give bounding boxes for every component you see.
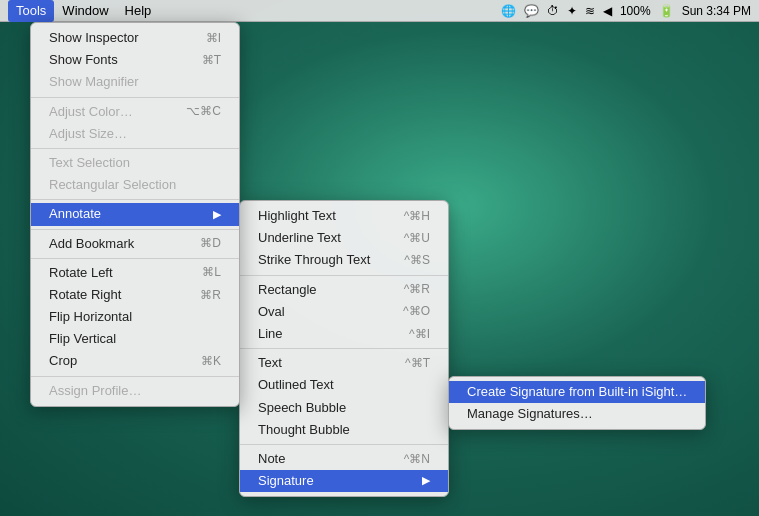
menu-item-label: Text Selection (49, 154, 130, 172)
menu-item-shortcut: ^⌘H (404, 208, 430, 225)
menubar-battery-icon: 🔋 (659, 4, 674, 18)
menu-item-adjust-color: Adjust Color… ⌥⌘C (31, 101, 239, 123)
menu-item-shortcut: ^⌘U (404, 230, 430, 247)
menubar: Tools Window Help 🌐 💬 ⏱ ✦ ≋ ◀ 100% 🔋 Sun… (0, 0, 759, 22)
annotate-sep-2 (240, 348, 448, 349)
menu-item-flip-vertical[interactable]: Flip Vertical (31, 328, 239, 350)
menubar-clock-icon: ⏱ (547, 4, 559, 18)
menu-item-text[interactable]: Text ^⌘T (240, 352, 448, 374)
menu-item-label: Oval (258, 303, 285, 321)
annotate-sep-1 (240, 275, 448, 276)
menu-item-label: Strike Through Text (258, 251, 370, 269)
menu-item-underline-text[interactable]: Underline Text ^⌘U (240, 227, 448, 249)
menu-item-highlight-text[interactable]: Highlight Text ^⌘H (240, 205, 448, 227)
menubar-chat-icon: 💬 (524, 4, 539, 18)
menu-item-label: Flip Vertical (49, 330, 116, 348)
menu-item-strike-through-text[interactable]: Strike Through Text ^⌘S (240, 249, 448, 271)
menu-item-shortcut: ⌘L (202, 264, 221, 281)
menu-item-oval[interactable]: Oval ^⌘O (240, 301, 448, 323)
signature-submenu: Create Signature from Built-in iSight… M… (448, 376, 706, 430)
menu-item-crop[interactable]: Crop ⌘K (31, 350, 239, 372)
menu-item-add-bookmark[interactable]: Add Bookmark ⌘D (31, 233, 239, 255)
menu-item-thought-bubble[interactable]: Thought Bubble (240, 419, 448, 441)
menu-item-show-inspector[interactable]: Show Inspector ⌘I (31, 27, 239, 49)
menu-item-outlined-text[interactable]: Outlined Text (240, 374, 448, 396)
menu-item-label: Create Signature from Built-in iSight… (467, 383, 687, 401)
menubar-left: Tools Window Help (8, 0, 159, 22)
menu-item-label: Underline Text (258, 229, 341, 247)
annotate-sep-3 (240, 444, 448, 445)
menu-item-shortcut: ⌘T (202, 52, 221, 69)
menu-item-label: Show Inspector (49, 29, 139, 47)
menu-item-note[interactable]: Note ^⌘N (240, 448, 448, 470)
menu-item-show-magnifier: Show Magnifier (31, 71, 239, 93)
menu-item-label: Flip Horizontal (49, 308, 132, 326)
menu-item-label: Speech Bubble (258, 399, 346, 417)
menu-item-label: Show Fonts (49, 51, 118, 69)
menu-item-rotate-right[interactable]: Rotate Right ⌘R (31, 284, 239, 306)
menu-item-label: Rotate Left (49, 264, 113, 282)
menu-item-shortcut: ⌘I (206, 30, 221, 47)
menu-item-shortcut: ^⌘I (409, 326, 430, 343)
menu-item-shortcut: ^⌘N (404, 451, 430, 468)
menu-separator-1 (31, 97, 239, 98)
menu-item-label: Outlined Text (258, 376, 334, 394)
menu-item-rectangle[interactable]: Rectangle ^⌘R (240, 279, 448, 301)
menu-item-signature[interactable]: Signature ▶ (240, 470, 448, 492)
menu-item-label: Show Magnifier (49, 73, 139, 91)
menu-item-label: Assign Profile… (49, 382, 141, 400)
menu-item-label: Crop (49, 352, 77, 370)
menu-item-label: Add Bookmark (49, 235, 134, 253)
submenu-arrow-icon: ▶ (213, 207, 221, 222)
menubar-time: Sun 3:34 PM (682, 4, 751, 18)
menu-item-shortcut: ⌘D (200, 235, 221, 252)
menubar-item-window[interactable]: Window (54, 0, 116, 22)
menubar-item-help[interactable]: Help (117, 0, 160, 22)
menu-item-shortcut: ^⌘T (405, 355, 430, 372)
menu-item-label: Rotate Right (49, 286, 121, 304)
menu-item-label: Thought Bubble (258, 421, 350, 439)
menu-item-create-signature[interactable]: Create Signature from Built-in iSight… (449, 381, 705, 403)
menu-item-label: Rectangular Selection (49, 176, 176, 194)
menu-item-flip-horizontal[interactable]: Flip Horizontal (31, 306, 239, 328)
menu-item-shortcut: ⌘R (200, 287, 221, 304)
menu-item-annotate[interactable]: Annotate ▶ (31, 203, 239, 225)
menubar-battery: 100% (620, 4, 651, 18)
menu-item-shortcut: ^⌘S (404, 252, 430, 269)
menu-item-label: Highlight Text (258, 207, 336, 225)
menu-item-shortcut: ⌘K (201, 353, 221, 370)
menu-item-speech-bubble[interactable]: Speech Bubble (240, 397, 448, 419)
menubar-item-tools[interactable]: Tools (8, 0, 54, 22)
menubar-bluetooth-icon: ✦ (567, 4, 577, 18)
menu-item-label: Text (258, 354, 282, 372)
menu-item-shortcut: ⌥⌘C (186, 103, 221, 120)
menu-item-rotate-left[interactable]: Rotate Left ⌘L (31, 262, 239, 284)
menu-item-show-fonts[interactable]: Show Fonts ⌘T (31, 49, 239, 71)
annotate-submenu: Highlight Text ^⌘H Underline Text ^⌘U St… (239, 200, 449, 497)
menu-item-shortcut: ^⌘R (404, 281, 430, 298)
menu-separator-6 (31, 376, 239, 377)
menu-item-rectangular-selection: Rectangular Selection (31, 174, 239, 196)
menubar-right: 🌐 💬 ⏱ ✦ ≋ ◀ 100% 🔋 Sun 3:34 PM (501, 4, 751, 18)
menu-separator-3 (31, 199, 239, 200)
menu-item-label: Adjust Color… (49, 103, 133, 121)
menu-separator-2 (31, 148, 239, 149)
submenu-arrow-icon: ▶ (422, 473, 430, 488)
menubar-wifi-icon: ≋ (585, 4, 595, 18)
menu-item-label: Line (258, 325, 283, 343)
menu-item-text-selection: Text Selection (31, 152, 239, 174)
menu-item-shortcut: ^⌘O (403, 303, 430, 320)
menubar-volume-icon: ◀ (603, 4, 612, 18)
menu-item-label: Rectangle (258, 281, 317, 299)
tools-menu: Show Inspector ⌘I Show Fonts ⌘T Show Mag… (30, 22, 240, 407)
menu-item-assign-profile: Assign Profile… (31, 380, 239, 402)
menu-item-label: Manage Signatures… (467, 405, 593, 423)
menu-item-label: Signature (258, 472, 314, 490)
menu-item-label: Note (258, 450, 285, 468)
menu-separator-4 (31, 229, 239, 230)
menu-separator-5 (31, 258, 239, 259)
menu-item-line[interactable]: Line ^⌘I (240, 323, 448, 345)
menu-item-manage-signatures[interactable]: Manage Signatures… (449, 403, 705, 425)
menu-item-label: Annotate (49, 205, 101, 223)
menu-item-adjust-size: Adjust Size… (31, 123, 239, 145)
